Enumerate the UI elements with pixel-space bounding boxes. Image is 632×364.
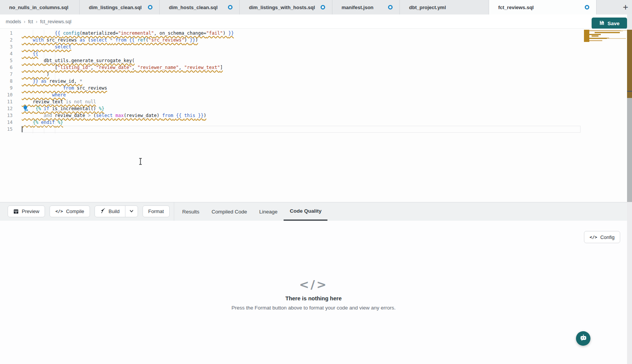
warning-squiggle: with src_reviews as (select * from {{ re… [22,37,198,43]
code-line: where [22,91,66,98]
editor-tab[interactable]: dim_hosts_clean.sql [160,0,240,14]
scrollbar-track [627,14,632,30]
format-button[interactable]: Format [143,205,170,217]
tab-filename: manifest.json [342,5,374,10]
editor-tab[interactable]: dbt_project.yml [400,0,489,14]
code-line: }} as review_id, * [22,78,82,85]
unsaved-changes-dot [388,5,393,10]
tab-filename: dim_listings_clean.sql [89,5,142,10]
line-number: 1 [0,30,13,37]
unsaved-changes-dot [321,5,325,10]
warning-squiggle: }} as review_id, * [22,79,82,84]
scrollbar-thumb[interactable] [627,98,632,202]
code-line: from src_reviews [22,85,107,91]
bottom-toolbar: Preview</>CompileBuildFormat ResultsComp… [0,202,627,221]
editor-tab[interactable]: no_nulls_in_columns.sql [0,0,80,14]
build-button[interactable]: Build [95,206,125,217]
code-line: {{ config(materialized="incremental", on… [22,30,234,37]
code-action-lightbulb-icon[interactable] [22,105,29,113]
warning-squiggle: {% if is_incremental() %} [22,106,104,111]
warning-squiggle: from src_reviews [22,85,107,91]
minimap-line [589,34,601,35]
preview-button[interactable]: Preview [8,205,45,217]
chat-assistant-button[interactable] [576,331,590,346]
button-label: Build [109,208,120,214]
tab-results[interactable]: Results [176,202,205,221]
code-line: review_text is not null [22,98,96,105]
empty-state-subtitle: Press the Format button above to format … [0,305,627,311]
editor-tab-bar: no_nulls_in_columns.sqldim_listings_clea… [0,0,632,14]
minimap-line [585,37,589,39]
tab-code-quality[interactable]: Code Quality [284,202,327,221]
build-options-dropdown[interactable] [125,206,138,217]
breadcrumb: models›fct›fct_reviews.sql [6,14,71,29]
warning-squiggle: ["listing_id", "review_date", "reviewer_… [22,65,223,70]
dbt-ide-window: no_nulls_in_columns.sqldim_listings_clea… [0,0,632,364]
build-split-button: Build [95,205,138,217]
file-header-bar: models›fct›fct_reviews.sql [0,14,632,29]
editor-tab[interactable]: manifest.json [332,0,400,14]
save-icon [599,20,605,27]
code-line: with src_reviews as (select * from {{ re… [22,37,198,43]
code-line: ) [22,71,49,78]
warning-squiggle: {{ [22,51,38,56]
compile-button[interactable]: </>Compile [50,205,90,217]
scrollbar-marker [627,91,632,92]
minimap-line [592,35,598,37]
tab-filename: fct_reviews.sql [498,5,534,10]
line-number: 3 [0,43,13,50]
line-number: 8 [0,78,13,85]
new-tab-button[interactable]: + [620,1,631,13]
line-number: 15 [0,126,13,133]
tab-compiled-code[interactable]: Compiled Code [205,202,253,221]
editor-tab[interactable]: dim_listings_with_hosts.sql [240,0,332,14]
line-number: 11 [0,98,13,105]
code-icon: </> [0,277,627,291]
warning-squiggle: {% endif %} [22,120,63,125]
breadcrumb-segment[interactable]: fct [28,19,33,24]
warning-squiggle: select [22,44,71,50]
chevron-down-icon [129,208,134,215]
minimap-line [607,38,626,39]
line-number: 14 [0,119,13,126]
code-line: {% endif %} [22,119,63,126]
code-icon: </> [55,209,63,214]
save-button[interactable]: Save [592,18,627,29]
code-line: ["listing_id", "review_date", "reviewer_… [22,64,223,71]
warning-squiggle: where [22,92,66,98]
table-icon [13,209,19,214]
minimap-line [621,30,627,31]
breadcrumb-separator-icon: › [24,19,25,24]
current-line-highlight [22,126,581,133]
warning-squiggle: {{ config(materialized="incremental", on… [22,30,234,36]
minimap[interactable] [584,30,627,43]
line-number: 7 [0,71,13,78]
code-icon: </> [590,235,597,240]
minimap-line [595,32,620,33]
editor-tab[interactable]: fct_reviews.sql [489,0,597,14]
tab-filename: dim_hosts_clean.sql [169,5,218,10]
tab-lineage[interactable]: Lineage [253,202,284,221]
line-number: 6 [0,64,13,71]
editor-tab[interactable]: dim_listings_clean.sql [80,0,160,14]
mouse-cursor-ibeam [138,158,143,167]
line-number: 13 [0,112,13,119]
config-button[interactable]: </> Config [584,231,620,243]
code-quality-panel: </> Config </> There is nothing here Pre… [0,221,627,364]
code-editor[interactable]: 1 {{ config(materialized="incremental", … [0,29,627,202]
breadcrumb-segment[interactable]: fct_reviews.sql [40,19,71,24]
scrollbar[interactable] [627,14,632,364]
code-line: {{ [22,50,38,57]
code-line: and review_date > (select max(review_dat… [22,112,206,119]
result-tabs: ResultsCompiled CodeLineageCode Quality [176,202,327,221]
unsaved-changes-dot [148,5,152,10]
line-number: 2 [0,37,13,43]
toolbar-divider [174,202,174,221]
minimap-line [589,40,602,41]
breadcrumb-segment[interactable]: models [6,19,21,24]
unsaved-changes-dot [228,5,233,10]
tab-filename: dim_listings_with_hosts.sql [249,5,315,10]
warning-squiggle: and review_date > (select max(review_dat… [22,113,206,118]
warning-squiggle: review_text is not null [22,99,96,104]
unsaved-changes-dot [585,5,589,10]
